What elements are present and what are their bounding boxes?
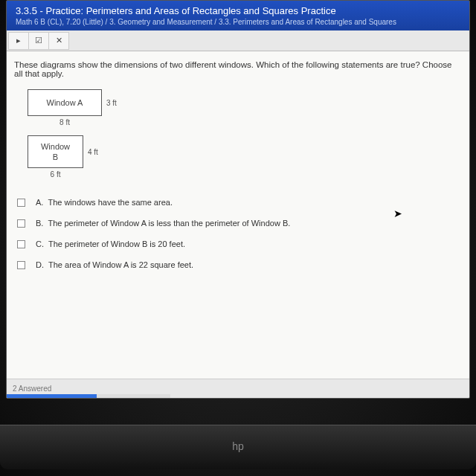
option-a-text: The windows have the same area. <box>48 198 173 207</box>
toolbar-nav-button[interactable]: ▸ <box>8 32 29 50</box>
content-area: These diagrams show the dimensions of tw… <box>7 51 469 379</box>
window-a-width: 8 ft <box>28 118 102 126</box>
option-b-text: The perimeter of Window A is less than t… <box>48 219 290 228</box>
footer: 2 Answered <box>7 379 469 398</box>
option-b-letter: B. <box>36 219 43 228</box>
option-c[interactable]: C. The perimeter of Window B is 20 feet. <box>14 234 462 254</box>
page-header: 3.3.5 - Practice: Perimeters and Areas o… <box>7 1 469 30</box>
option-c-letter: C. <box>36 239 44 248</box>
footer-status: 2 Answered <box>13 385 51 393</box>
breadcrumb: Math 6 B (CL), 7.20 (Little) / 3. Geomet… <box>16 18 460 26</box>
window-b-height: 4 ft <box>88 148 98 156</box>
options-list: A. The windows have the same area. B. Th… <box>14 192 462 275</box>
window-b-diagram: Window B 4 ft 6 ft <box>14 135 462 178</box>
cursor-icon: ➤ <box>393 208 402 219</box>
progress-fill <box>7 394 97 398</box>
window-a-label: Window A <box>47 98 83 107</box>
window-b-label-bottom: B <box>53 152 58 162</box>
app-window: 3.3.5 - Practice: Perimeters and Areas o… <box>6 0 470 399</box>
toolbar-check-button[interactable]: ☑ <box>28 32 49 50</box>
option-d-letter: D. <box>36 260 44 269</box>
window-a-diagram: Window A 3 ft 8 ft <box>14 89 462 126</box>
toolbar: ▸ ☑ ✕ <box>7 30 469 51</box>
option-c-text: The perimeter of Window B is 20 feet. <box>48 239 185 248</box>
question-text: These diagrams show the dimensions of tw… <box>14 60 462 78</box>
toolbar-close-button[interactable]: ✕ <box>48 32 69 50</box>
window-a-height: 3 ft <box>106 99 117 107</box>
checkbox-d[interactable] <box>17 261 25 269</box>
option-d-text: The area of Window A is 22 square feet. <box>48 260 193 269</box>
checkbox-a[interactable] <box>17 199 25 207</box>
window-b-label-top: Window <box>41 141 70 152</box>
checkbox-b[interactable] <box>17 219 25 228</box>
hp-logo-icon: hp <box>0 425 476 452</box>
checkbox-c[interactable] <box>17 240 25 248</box>
progress-bar <box>7 394 170 398</box>
laptop-bezel: hp <box>0 425 476 469</box>
window-b-box: Window B <box>28 135 83 168</box>
window-a-box: Window A <box>28 89 102 116</box>
option-a-letter: A. <box>36 198 43 207</box>
window-b-width: 6 ft <box>28 170 83 178</box>
header-title: 3.3.5 - Practice: Perimeters and Areas o… <box>16 5 460 16</box>
option-d[interactable]: D. The area of Window A is 22 square fee… <box>14 254 462 275</box>
